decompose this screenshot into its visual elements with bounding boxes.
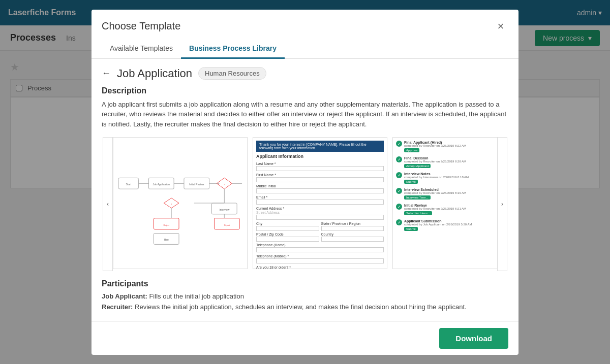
tracker-preview: ✓ Final Applicant (Hired) completed by R… bbox=[393, 138, 497, 269]
participant-row-1: Job Applicant: Fills out the initial job… bbox=[102, 292, 508, 300]
scroll-right-button[interactable]: › bbox=[497, 137, 507, 271]
check-icon: ✓ bbox=[396, 188, 402, 194]
preview-image-tracker: ✓ Final Applicant (Hired) completed by R… bbox=[392, 137, 497, 269]
form-field-phone-mobile: Telephone (Mobile) * bbox=[256, 254, 384, 263]
choose-template-modal: Choose Template × Available Templates Bu… bbox=[92, 10, 518, 355]
svg-text:Hire: Hire bbox=[164, 239, 169, 241]
close-button[interactable]: × bbox=[493, 19, 508, 34]
form-field-last-name: Last Name * bbox=[256, 162, 384, 171]
modal-body[interactable]: ← Job Application Human Resources Descri… bbox=[92, 59, 518, 321]
business-process-library-tab-label: Business Process Library bbox=[189, 44, 277, 52]
modal-footer: Download bbox=[92, 321, 518, 355]
description-text: A job applicant first submits a job appl… bbox=[102, 100, 508, 129]
form-field-first-name: First Name * bbox=[256, 173, 384, 182]
check-icon: ✓ bbox=[396, 219, 402, 225]
preview-scroll[interactable]: Start Job Application Initial Review bbox=[113, 137, 497, 271]
tracker-item-1: ✓ Final Applicant (Hired) completed by R… bbox=[396, 141, 497, 152]
participant-name-1: Job Applicant: bbox=[102, 292, 147, 300]
form-field-email: Email * bbox=[256, 195, 384, 205]
tab-business-process-library[interactable]: Business Process Library bbox=[181, 39, 285, 59]
modal-overlay: Choose Template × Available Templates Bu… bbox=[0, 0, 610, 364]
tracker-item-3: ✓ Interview Notes completed by Interview… bbox=[396, 172, 497, 184]
tracker-content-6: Applicant Submission completed by Job Ap… bbox=[404, 219, 497, 231]
preview-image-flow: Start Job Application Initial Review bbox=[113, 137, 248, 269]
scroll-left-button[interactable]: ‹ bbox=[103, 137, 113, 271]
back-button[interactable]: ← bbox=[102, 68, 111, 79]
form-field-address-row2: City State / Province / Region bbox=[256, 222, 384, 231]
tracker-content-3: Interview Notes completed by Interviewer… bbox=[404, 172, 497, 184]
form-preview: Thank you for your interest in [COMPANY … bbox=[253, 138, 387, 269]
form-header: Thank you for your interest in [COMPANY … bbox=[256, 141, 384, 152]
check-icon: ✓ bbox=[396, 204, 402, 210]
svg-text:Reject: Reject bbox=[224, 224, 230, 226]
form-field-age: Are you 18 or older? * bbox=[256, 266, 384, 269]
svg-text:Interview: Interview bbox=[219, 209, 229, 211]
participant-row-2: Recruiter: Reviews the initial job appli… bbox=[102, 303, 508, 311]
form-field-middle-initial: Middle Initial bbox=[256, 184, 384, 193]
check-icon: ✓ bbox=[396, 172, 402, 178]
tab-available-templates[interactable]: Available Templates bbox=[102, 39, 181, 59]
tracker-item-5: ✓ Initial Review completed by Recruiter … bbox=[396, 204, 497, 215]
close-icon: × bbox=[498, 20, 504, 33]
participants-section: Participants Job Applicant: Fills out th… bbox=[102, 279, 508, 311]
tracker-item-2: ✓ Final Decision completed by Recruiter … bbox=[396, 156, 497, 168]
modal-title: Choose Template bbox=[102, 20, 180, 32]
available-templates-tab-label: Available Templates bbox=[110, 44, 173, 52]
modal-header: Choose Template × bbox=[92, 10, 518, 34]
participant-desc-2: Reviews the initial job application, sch… bbox=[135, 303, 467, 311]
svg-text:Initial Review: Initial Review bbox=[189, 183, 204, 186]
tracker-content-2: Final Decision completed by Recruiter on… bbox=[404, 156, 497, 168]
svg-text:Job Application: Job Application bbox=[153, 183, 170, 186]
category-badge: Human Resources bbox=[198, 67, 266, 80]
modal-tabs: Available Templates Business Process Lib… bbox=[92, 39, 518, 59]
tracker-item-4: ✓ Interview Scheduled completed by Recru… bbox=[396, 188, 497, 200]
form-field-phone-home: Telephone (Home) bbox=[256, 243, 384, 252]
svg-text:Start: Start bbox=[126, 183, 132, 186]
template-title: Job Application bbox=[117, 67, 192, 80]
download-button[interactable]: Download bbox=[439, 328, 508, 349]
preview-container: ‹ Start Job Application bbox=[102, 137, 508, 271]
check-icon: ✓ bbox=[396, 156, 402, 162]
download-label: Download bbox=[455, 334, 492, 343]
form-field-address: Current Address * Street Address bbox=[256, 207, 384, 220]
tracker-content-5: Initial Review completed by Recruiter on… bbox=[404, 204, 497, 215]
check-icon: ✓ bbox=[396, 141, 402, 147]
description-title: Description bbox=[102, 86, 508, 95]
participants-title: Participants bbox=[102, 279, 508, 288]
preview-image-form: Thank you for your interest in [COMPANY … bbox=[253, 137, 387, 269]
participant-name-2: Recruiter: bbox=[102, 303, 133, 311]
svg-text:Reject: Reject bbox=[164, 224, 170, 226]
participant-desc-1: Fills out the initial job application bbox=[149, 292, 243, 300]
form-field-zip-country: Postal / Zip Code Country bbox=[256, 233, 384, 242]
tracker-content-4: Interview Scheduled completed by Recruit… bbox=[404, 188, 497, 200]
template-header: ← Job Application Human Resources bbox=[102, 67, 508, 80]
tracker-item-6: ✓ Applicant Submission completed by Job … bbox=[396, 219, 497, 231]
tracker-content-1: Final Applicant (Hired) completed by Rec… bbox=[404, 141, 497, 152]
